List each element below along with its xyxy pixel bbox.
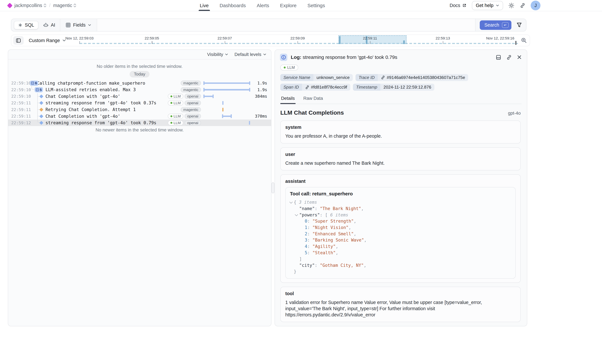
project-switcher[interactable]: magentic: [53, 3, 76, 8]
json-punct: ,: [361, 206, 364, 211]
span-bar-area: [203, 106, 251, 113]
span-bar-area: [203, 120, 251, 126]
json-line: 3: "Barking Sonic Wave",: [290, 237, 511, 243]
filter-button[interactable]: [516, 22, 522, 28]
meta-label: Span ID: [280, 84, 302, 91]
collapse-badge[interactable]: 5: [35, 87, 43, 92]
top-nav: jackmpcollins / magentic LiveDashboardsA…: [0, 0, 602, 11]
badge-label: magentic: [183, 107, 198, 112]
json-punct: :: [307, 219, 312, 224]
tab-explore[interactable]: Explore: [280, 0, 297, 11]
log-row[interactable]: 22:59:12streaming response from 'gpt-4o'…: [8, 120, 271, 126]
collapse-badge[interactable]: 6: [30, 81, 38, 86]
span-bar-area: [203, 86, 251, 93]
meta-label: Trace ID: [355, 74, 378, 81]
json-string: "Barking Sonic Wave": [312, 238, 364, 242]
log-row[interactable]: 22:59:105LLM-assisted retries enabled. M…: [8, 86, 271, 93]
attribute-badge: LLM: [168, 100, 183, 105]
ai-mode-button[interactable]: AI: [43, 22, 55, 28]
org-name: jackmpcollins: [14, 3, 42, 8]
json-index: 5: [305, 250, 307, 255]
robot-icon: [43, 22, 48, 28]
time-range-dropdown[interactable]: Custom Range: [29, 38, 66, 43]
view-in-context-button[interactable]: [496, 55, 501, 60]
log-row[interactable]: 22:59:11Retrying Chat Completion. Attemp…: [8, 106, 271, 113]
tab-settings[interactable]: Settings: [307, 0, 325, 11]
log-message: streaming response from 'gpt-4o' took 0.…: [45, 100, 168, 105]
minus-square-icon: [31, 82, 34, 85]
section-title: LLM Chat Completions: [280, 109, 344, 116]
json-punct: :: [307, 225, 312, 230]
close-icon: [517, 55, 522, 60]
json-key: "city": [299, 263, 315, 268]
attribute-badge: LLM: [168, 120, 183, 125]
timeline-axis[interactable]: Nov 12, 22:59:0322:59:0522:59:0722:59:09…: [63, 35, 518, 46]
docs-link[interactable]: Docs: [450, 3, 466, 8]
json-punct: ,: [364, 238, 367, 242]
panel-resizer[interactable]: [271, 49, 275, 326]
meta-pill-service-name[interactable]: Service Nameunknown_service: [280, 74, 353, 81]
message-card-system: systemYou are professor A, in charge of …: [280, 121, 521, 144]
json-line: "name": "The Bark Night",: [290, 206, 511, 212]
badge-label: LLM: [173, 114, 181, 118]
json-index: 3: [305, 238, 307, 242]
meta-label: Service Name: [280, 74, 313, 81]
green-dot-icon: [171, 122, 172, 124]
theme-toggle-button[interactable]: [508, 3, 514, 9]
minus-square-icon: [36, 88, 39, 91]
resizer-handle-icon: [272, 183, 274, 193]
levels-dropdown[interactable]: Default levels: [234, 52, 266, 57]
tree-connector: [37, 103, 40, 103]
json-punct: ,: [348, 225, 351, 230]
json-line: 0: "Super Strength",: [290, 218, 511, 224]
timeline-tick-mark: [225, 41, 225, 44]
log-duration: 384ms: [251, 94, 271, 99]
meta-pill-trace-id[interactable]: Trace ID#9146a6974e4e6140538043607a71c75…: [355, 74, 468, 81]
project-name: magentic: [53, 3, 72, 8]
close-button[interactable]: [517, 55, 522, 60]
tab-dashboards[interactable]: Dashboards: [220, 0, 246, 11]
message-text: 1 validation error for Superhero name Va…: [285, 299, 516, 318]
log-duration: 1.9s: [251, 81, 271, 85]
share-link-button[interactable]: [520, 3, 525, 8]
detail-tab-raw-data[interactable]: Raw Data: [302, 96, 324, 104]
get-help-button[interactable]: Get help: [472, 1, 503, 10]
log-row[interactable]: 22:59:11Chat Completion with 'gpt-4o'LLM…: [8, 113, 271, 120]
log-message: streaming response from 'gpt-4o' took 0.…: [45, 120, 168, 125]
sidebar-toggle-button[interactable]: [13, 36, 24, 45]
log-row[interactable]: 22:59:10Chat Completion with 'gpt-4o'LLM…: [8, 93, 271, 100]
badge-label: openai: [187, 121, 198, 125]
fields-dropdown[interactable]: Fields: [60, 19, 97, 31]
visibility-dropdown[interactable]: Visibility: [207, 52, 228, 57]
attribute-badge: magentic: [181, 107, 201, 112]
link-icon: [305, 85, 309, 89]
table-grid-icon: [66, 22, 71, 28]
detail-body: LLM Chat Completions gpt-4o systemYou ar…: [275, 104, 527, 326]
query-input[interactable]: [97, 19, 475, 31]
detail-tab-details[interactable]: Details: [280, 96, 295, 104]
badge-label: LLM: [173, 101, 181, 105]
meta-pill-timestamp[interactable]: Timestamp2024-11-12 22:59:12.876: [353, 84, 434, 91]
collapse-chevron-icon[interactable]: [290, 200, 293, 204]
org-switcher[interactable]: jackmpcollins: [14, 3, 46, 8]
search-button[interactable]: Search ↵: [480, 21, 511, 30]
zoom-in-button[interactable]: [521, 38, 527, 43]
avatar[interactable]: J: [531, 1, 540, 10]
tab-alerts[interactable]: Alerts: [257, 0, 269, 11]
meta-pill-span-id[interactable]: Span ID#fd81e8f78c4ecc9f: [280, 84, 350, 91]
message-role: assistant: [285, 178, 516, 184]
span-tick: [249, 121, 250, 125]
badge-label: magentic: [183, 81, 198, 85]
log-row[interactable]: 22:59:106Calling chatprompt-function mak…: [8, 80, 271, 87]
timeline-tick-label: 22:59:05: [145, 36, 159, 41]
json-string: "Super Strength": [312, 219, 354, 224]
json-punct: ]: [299, 257, 302, 261]
search-bar: SQL AI Fields Search ↵: [11, 19, 527, 31]
log-badges: LLMopenai: [168, 120, 201, 125]
copy-link-button[interactable]: [506, 55, 512, 60]
tab-live[interactable]: Live: [200, 0, 209, 11]
collapse-chevron-icon[interactable]: [295, 213, 298, 216]
sql-mode-button[interactable]: SQL: [14, 21, 38, 29]
log-row[interactable]: 22:59:11streaming response from 'gpt-4o'…: [8, 100, 271, 106]
log-message: LLM-assisted retries enabled. Max 3: [45, 87, 181, 92]
